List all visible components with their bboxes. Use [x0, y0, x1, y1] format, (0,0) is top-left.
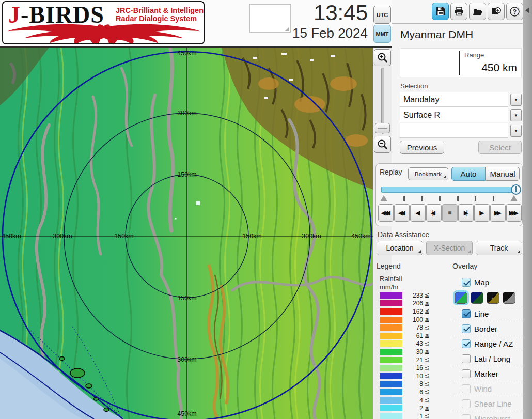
- product-dropdown-button[interactable]: ▼: [510, 109, 522, 121]
- print-button[interactable]: [450, 3, 467, 20]
- legend-swatch: [380, 340, 402, 347]
- legend-row: 21≦: [377, 356, 452, 364]
- svg-text:150km: 150km: [177, 171, 197, 178]
- legend-swatch: [380, 389, 402, 395]
- print-icon: [454, 6, 464, 17]
- legend-swatch: [380, 397, 402, 404]
- select-button[interactable]: Select: [478, 141, 522, 154]
- legend-unit-line1: Rainfall: [377, 275, 452, 283]
- radar-map-canvas: 450km 300km 150km 150km 300km 450km 450k…: [0, 48, 373, 419]
- replay-slider-thumb[interactable]: [511, 184, 521, 195]
- product-dropdown-value[interactable]: Surface R: [400, 107, 508, 122]
- radar-echo: [175, 218, 177, 220]
- overlay-panel: Overlay Map Line Border Range / AZ Lati …: [452, 262, 523, 419]
- replay-timeline-slider[interactable]: [381, 187, 517, 193]
- location-button[interactable]: Location: [377, 241, 423, 255]
- legend-row: 16≦: [377, 364, 452, 372]
- track-button[interactable]: Track: [476, 241, 522, 255]
- map-checkbox[interactable]: [462, 278, 471, 287]
- open-file-button[interactable]: [469, 3, 486, 20]
- panel-collapse-strip[interactable]: [523, 0, 532, 419]
- legend-row: 61≦: [377, 332, 452, 340]
- fastest-forward-button[interactable]: ▶▶▶: [506, 204, 522, 222]
- option-dropdown-value[interactable]: [400, 123, 508, 138]
- map-style-dark-swatch[interactable]: [471, 292, 483, 304]
- svg-text:300km: 300km: [53, 232, 72, 240]
- overlay-row-wind: Wind: [452, 381, 523, 396]
- svg-text:300km: 300km: [302, 232, 321, 240]
- svg-text:450km: 450km: [177, 410, 197, 417]
- station-dropdown-button[interactable]: ▼: [510, 94, 522, 106]
- wind-checkbox: [462, 384, 471, 393]
- manual-mode-button[interactable]: Manual: [486, 167, 520, 181]
- save-button[interactable]: [432, 3, 449, 20]
- map-style-bright-swatch[interactable]: [455, 292, 467, 304]
- station-dropdown: Mandalay ▼: [400, 92, 522, 107]
- overlay-row-map: Map: [452, 275, 523, 290]
- legend-swatch: [380, 308, 402, 315]
- radar-echo: [196, 201, 200, 205]
- svg-text:150km: 150km: [114, 232, 134, 240]
- legend-row: 30≦: [377, 348, 452, 356]
- fast-forward-button[interactable]: ▶▶: [490, 204, 506, 222]
- svg-text:300km: 300km: [177, 110, 197, 117]
- line-checkbox[interactable]: [462, 309, 471, 318]
- utc-button[interactable]: UTC: [373, 6, 391, 24]
- toolbar: ?: [432, 3, 523, 20]
- overlay-row-shear-line: Shear Line: [452, 396, 523, 411]
- legend-row: 6≦: [377, 388, 452, 396]
- stop-button[interactable]: ■: [442, 204, 458, 222]
- help-button[interactable]: ?: [506, 3, 523, 20]
- bookmark-button[interactable]: Bookmark: [408, 167, 448, 180]
- overlay-row-line: Line: [452, 306, 523, 321]
- overlay-row-border: Border: [452, 321, 523, 336]
- marker-checkbox[interactable]: [462, 369, 471, 378]
- radar-map[interactable]: 450km 300km 150km 150km 300km 450km 450k…: [0, 48, 373, 419]
- help-icon: ?: [509, 6, 520, 17]
- x-section-button[interactable]: X-Section: [426, 241, 473, 255]
- lati-long-checkbox[interactable]: [462, 354, 471, 363]
- range-end-marker[interactable]: [510, 195, 518, 201]
- play-reverse-button[interactable]: ◀: [410, 204, 426, 222]
- app-logo: J-BIRDS JRC-Brilliant & Intelligent Rada…: [2, 1, 205, 44]
- range-az-checkbox[interactable]: [462, 339, 471, 348]
- play-button[interactable]: ▶: [474, 204, 490, 222]
- range-value: 450 km: [481, 61, 517, 74]
- legend-unit-line2: mm/hr: [377, 283, 452, 291]
- range-display: Range 450 km: [400, 48, 522, 77]
- step-back-button[interactable]: |◀: [426, 204, 442, 222]
- legend-row: 4≦: [377, 396, 452, 405]
- range-label: Range: [464, 51, 484, 59]
- zoom-in-button[interactable]: [374, 49, 391, 66]
- range-start-marker[interactable]: [380, 195, 387, 201]
- legend-row: 2≦: [377, 404, 452, 412]
- auto-mode-button[interactable]: Auto: [451, 167, 486, 181]
- legend: Legend Rainfall mm/hr 233≦ 206≦ 162≦ 100…: [377, 262, 452, 419]
- chevron-down-icon: ▼: [514, 98, 518, 102]
- legend-swatch: [380, 317, 402, 323]
- legend-swatch: [380, 413, 402, 419]
- border-checkbox[interactable]: [462, 324, 471, 333]
- zoom-in-icon: [377, 52, 388, 64]
- range-divider: [459, 51, 460, 75]
- map-style-olive-swatch[interactable]: [487, 292, 499, 304]
- zoom-out-button[interactable]: [374, 136, 391, 153]
- legend-row: 78≦: [377, 323, 452, 332]
- previous-button[interactable]: Previous: [400, 141, 444, 154]
- station-dropdown-value[interactable]: Mandalay: [400, 92, 508, 107]
- mmt-button[interactable]: MMT: [373, 25, 391, 43]
- legend-row: 233≦: [377, 291, 452, 300]
- legend-swatch: [380, 300, 402, 306]
- zoom-slider-thumb[interactable]: [375, 123, 390, 133]
- fastest-rewind-button[interactable]: ◀◀◀: [378, 204, 394, 222]
- map-style-gray-swatch[interactable]: [503, 292, 515, 304]
- open-folder-icon: [473, 6, 483, 17]
- legend-swatch: [380, 381, 402, 387]
- add-image-button[interactable]: [488, 3, 505, 20]
- fast-rewind-button[interactable]: ◀◀: [394, 204, 410, 222]
- svg-text:450km: 450km: [351, 232, 371, 240]
- overlay-title: Overlay: [452, 262, 523, 275]
- option-dropdown-button[interactable]: ▼: [510, 125, 522, 137]
- step-forward-button[interactable]: ▶|: [458, 204, 474, 222]
- collapse-arrow-icon: [525, 7, 529, 13]
